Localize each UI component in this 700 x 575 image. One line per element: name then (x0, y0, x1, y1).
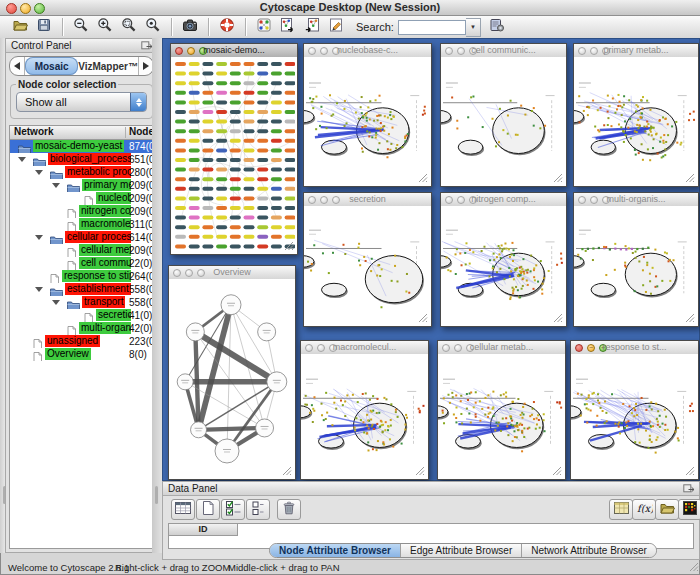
search-dropdown-button[interactable]: ▼ (466, 18, 481, 37)
window-titlebar[interactable]: Cytoscape Desktop (New Session) (0, 0, 700, 16)
new-attribute-button[interactable] (196, 499, 220, 520)
open-file-button[interactable] (9, 17, 31, 37)
network-tree-row[interactable]: biological_process651(0) (10, 153, 153, 166)
network-canvas[interactable] (304, 206, 431, 326)
function-builder-button[interactable]: f(x) (632, 499, 656, 520)
help-button[interactable] (216, 17, 238, 37)
resize-grip-icon[interactable] (689, 562, 699, 574)
delete-attribute-button[interactable] (277, 499, 301, 520)
export-network-button[interactable] (301, 17, 323, 37)
tab-vizmapper-[interactable]: VizMapper™ (78, 57, 138, 75)
network-window-primary-metabolic[interactable]: primary metab... (573, 43, 699, 187)
network-canvas[interactable] (441, 57, 566, 186)
zoom-in-button[interactable] (94, 17, 116, 37)
zoom-selected-button[interactable] (142, 17, 164, 37)
window-titlebar[interactable]: mosaic-demo... (171, 44, 297, 58)
tab-node-attribute-browser[interactable]: Node Attribute Browser (270, 544, 401, 557)
zoom-fit-button[interactable] (118, 17, 140, 37)
annotation-button[interactable] (325, 17, 347, 37)
network-tree-row[interactable]: macromolecule311(0) (10, 218, 153, 231)
network-canvas[interactable] (574, 57, 698, 186)
dropdown-stepper-icon[interactable] (130, 93, 146, 111)
network-window-overview[interactable]: Overview (168, 265, 296, 480)
window-titlebar[interactable]: cellular metab... (438, 341, 565, 355)
tab-mosaic[interactable]: Mosaic (25, 57, 78, 75)
network-window-nitrogen-compound[interactable]: nitrogen comp... (440, 192, 567, 327)
network-name: biological_process (48, 153, 131, 165)
network-tree-row[interactable]: primary metabolic209(0) (10, 179, 153, 192)
vizmapper-button[interactable] (253, 17, 275, 37)
attribute-table-button[interactable] (171, 499, 195, 520)
network-canvas[interactable] (441, 206, 566, 326)
network-canvas[interactable] (571, 354, 698, 479)
search-config-button[interactable] (486, 17, 508, 37)
network-window-secretion[interactable]: secretion (303, 192, 432, 327)
network-window-mosaic-demo[interactable]: mosaic-demo... (170, 43, 298, 255)
data-panel-toolbar: f(x) (163, 495, 699, 522)
network-window-macromolecule[interactable]: macromolecul... (300, 340, 429, 480)
network-canvas[interactable] (438, 354, 565, 479)
network-tree-row[interactable]: multi-organism pro42(0) (10, 322, 153, 335)
network-canvas[interactable] (169, 279, 295, 479)
select-attributes-button[interactable] (221, 499, 245, 520)
network-tree-row[interactable]: nitrogen compou209(0) (10, 205, 153, 218)
window-titlebar[interactable]: nucleobase-c... (304, 44, 431, 58)
network-tree-row[interactable]: metabolic process280(0) (10, 166, 153, 179)
network-tree-row[interactable]: cellular metabol209(0) (10, 244, 153, 257)
network-tree-row[interactable]: establishment of lo558(0) (10, 283, 153, 296)
expander-icon[interactable] (35, 235, 43, 240)
network-canvas[interactable] (574, 206, 698, 326)
network-table-header[interactable]: Network Nodes (10, 126, 153, 140)
node-count: 264(0) (129, 270, 153, 283)
network-tree-row[interactable]: cellular process614(0) (10, 231, 153, 244)
network-tree-row[interactable]: cell communicat22(0) (10, 257, 153, 270)
expander-icon[interactable] (18, 157, 26, 162)
expander-icon[interactable] (35, 170, 43, 175)
network-canvas[interactable] (171, 57, 297, 254)
network-canvas[interactable] (304, 57, 431, 186)
column-divider[interactable] (125, 127, 126, 138)
window-titlebar[interactable]: primary metab... (574, 44, 698, 58)
network-tree-row[interactable]: mosaic-demo-yeast874(0) (10, 140, 153, 153)
network-window-response-to-stimulus[interactable]: −+response to st... (570, 340, 699, 480)
search-input[interactable] (398, 20, 466, 35)
network-window-nucleobase[interactable]: nucleobase-c... (303, 43, 432, 187)
network-canvas[interactable] (301, 354, 428, 479)
window-titlebar[interactable]: nitrogen comp... (441, 193, 566, 207)
tab-edge-attribute-browser[interactable]: Edge Attribute Browser (401, 544, 522, 557)
node-color-dropdown[interactable]: Show all (16, 92, 147, 112)
window-titlebar[interactable]: Overview (169, 266, 295, 280)
unselect-attributes-button[interactable] (246, 499, 270, 520)
snapshot-button[interactable] (179, 17, 201, 37)
expander-icon[interactable] (52, 183, 60, 188)
tab-scroll-right-button[interactable] (138, 57, 153, 75)
node-count: 311(0) (129, 218, 153, 231)
network-window-cellular-metabolic[interactable]: cellular metab... (437, 340, 566, 480)
import-attributes-button[interactable] (655, 499, 679, 520)
attribute-editor-button[interactable] (609, 499, 633, 520)
window-titlebar[interactable]: cell communic... (441, 44, 566, 58)
expander-icon[interactable] (35, 287, 43, 292)
network-tree-row[interactable]: unassigned223(0) (10, 335, 153, 348)
window-titlebar[interactable]: secretion (304, 193, 431, 207)
id-column-header[interactable]: ID (169, 524, 238, 536)
network-window-multi-organism[interactable]: multi-organis... (573, 192, 699, 327)
window-titlebar[interactable]: −+response to st... (571, 341, 698, 355)
toolbar-after-search (485, 17, 509, 37)
save-session-button[interactable] (33, 17, 55, 37)
heatmap-button[interactable] (678, 499, 700, 520)
tab-network-attribute-browser[interactable]: Network Attribute Browser (522, 544, 656, 557)
control-panel-splitter[interactable] (152, 38, 162, 553)
window-titlebar[interactable]: multi-organis... (574, 193, 698, 207)
network-tree-row[interactable]: transport558(0) (10, 296, 153, 309)
import-network-button[interactable] (277, 17, 299, 37)
window-titlebar[interactable]: macromolecul... (301, 341, 428, 355)
network-tree-row[interactable]: Overview8(0) (10, 348, 153, 361)
network-window-cell-communication[interactable]: cell communic... (440, 43, 567, 187)
tab-scroll-left-button[interactable] (10, 57, 25, 75)
network-tree-row[interactable]: nucleobase-209(0) (10, 192, 153, 205)
network-tree-row[interactable]: secretion41(0) (10, 309, 153, 322)
network-tree-row[interactable]: response to stimulu264(0) (10, 270, 153, 283)
expander-icon[interactable] (52, 300, 60, 305)
zoom-out-button[interactable] (70, 17, 92, 37)
